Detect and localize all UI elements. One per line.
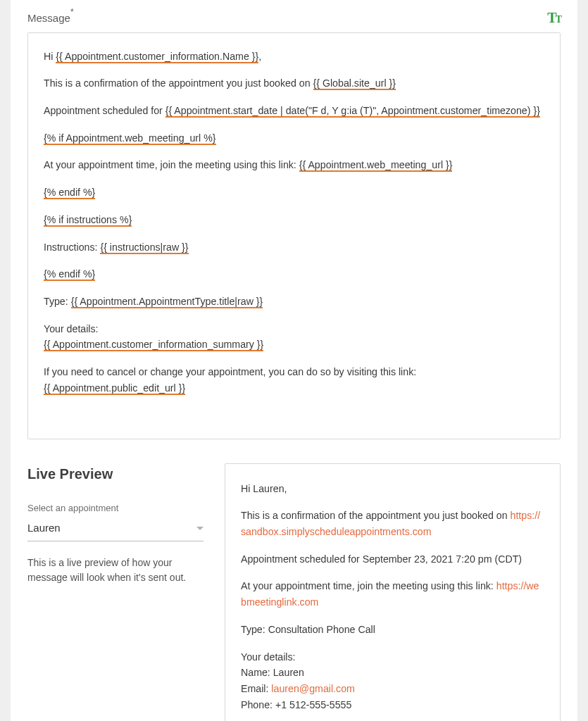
template-line: {% endif %} [44, 184, 544, 201]
message-label-text: Message [27, 12, 70, 24]
template-line: {% if instructions %} [44, 212, 544, 228]
message-field-header: Message* TT [27, 8, 561, 27]
template-line: Hi {{ Appointment.customer_information.N… [44, 49, 544, 65]
required-marker: * [70, 7, 74, 17]
preview-email-link[interactable]: lauren@gmail.com [271, 683, 355, 694]
template-token: {{ instructions|raw }} [100, 242, 188, 254]
live-preview-output: Hi Lauren, This is a confirmation of the… [225, 463, 561, 721]
template-token: {{ Appointment.customer_information.Name… [56, 51, 258, 63]
template-token: {% if instructions %} [44, 214, 132, 227]
template-token: {{ Appointment.web_meeting_url }} [299, 159, 453, 172]
chevron-down-icon [196, 527, 204, 530]
appointment-select-label: Select an appointment [27, 501, 204, 515]
template-line: Appointment scheduled for {{ Appointment… [44, 103, 544, 119]
template-token: {{ Appointment.AppointmentType.title|raw… [71, 296, 263, 308]
template-token: {% endif %} [44, 187, 95, 199]
preview-greeting: Hi Lauren, [241, 481, 544, 497]
page-container: Message* TT Hi {{ Appointment.customer_i… [11, 0, 577, 721]
template-token: {% endif %} [44, 268, 95, 281]
live-preview-help: This is a live preview of how your messa… [27, 556, 204, 586]
message-template-editor[interactable]: Hi {{ Appointment.customer_information.N… [27, 32, 561, 439]
preview-details: Your details: Name: Lauren Email: lauren… [241, 649, 544, 713]
template-token: {% if Appointment.web_meeting_url %} [44, 132, 216, 145]
live-preview-section: Live Preview Select an appointment Laure… [27, 463, 561, 721]
template-line: At your appointment time, join the meeti… [44, 157, 544, 173]
template-line: {% if Appointment.web_meeting_url %} [44, 130, 544, 146]
appointment-select-value: Lauren [27, 520, 61, 537]
live-preview-controls: Live Preview Select an appointment Laure… [27, 463, 204, 721]
preview-line: At your appointment time, join the meeti… [241, 578, 544, 610]
preview-line: This is a confirmation of the appointmen… [241, 508, 544, 539]
template-token: {{ Appointment.public_edit_url }} [44, 382, 185, 395]
appointment-select[interactable]: Lauren [27, 519, 204, 541]
template-line: This is a confirmation of the appointmen… [44, 75, 544, 92]
template-line: Your details:{{ Appointment.customer_inf… [44, 321, 544, 353]
template-token: {{ Appointment.customer_information_summ… [44, 339, 263, 351]
text-format-icon[interactable]: TT [547, 11, 561, 25]
template-token: {{ Global.site_url }} [313, 77, 396, 90]
template-line: If you need to cancel or change your app… [44, 364, 544, 396]
live-preview-title: Live Preview [27, 463, 204, 484]
template-line: {% endif %} [44, 266, 544, 282]
template-line: Instructions: {{ instructions|raw }} [44, 239, 544, 256]
message-label: Message* [27, 8, 74, 27]
preview-line: Type: Consultation Phone Call [241, 622, 544, 638]
template-line: Type: {{ Appointment.AppointmentType.tit… [44, 294, 544, 310]
preview-line: Appointment scheduled for September 23, … [241, 551, 544, 568]
template-token: {{ Appointment.start_date | date("F d, Y… [165, 105, 540, 118]
